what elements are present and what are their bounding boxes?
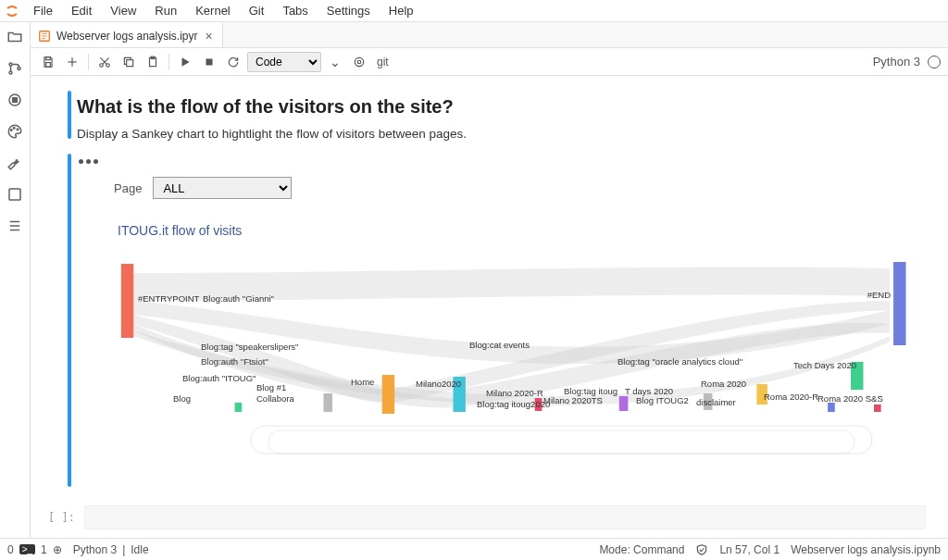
cell-input[interactable] (84, 505, 926, 529)
svg-rect-13 (46, 56, 51, 59)
status-count-1: 1 (41, 543, 47, 556)
menu-run[interactable]: Run (145, 2, 186, 19)
git-button[interactable]: git (373, 52, 393, 72)
palette-icon[interactable] (6, 122, 24, 141)
menu-edit[interactable]: Edit (62, 2, 101, 19)
cell-type-select[interactable]: Code (247, 52, 321, 72)
menu-file[interactable]: File (24, 2, 62, 19)
status-state: Idle (131, 543, 148, 556)
svg-rect-29 (235, 403, 243, 412)
status-count-0: 0 (7, 543, 14, 556)
status-filename: Webserver logs analysis.ipynb (791, 543, 941, 556)
sankey-chart[interactable]: #ENTRYPOINT #END Blog:auth "Gianni" Blog… (118, 245, 917, 486)
status-kernel: Python 3 (73, 543, 117, 556)
chart-title: ITOUG.it flow of visits (77, 206, 926, 245)
cut-icon[interactable] (94, 52, 115, 72)
menu-help[interactable]: Help (380, 2, 423, 19)
empty-code-cell[interactable]: [ ]: (38, 505, 926, 529)
svg-point-6 (14, 128, 16, 130)
svg-rect-8 (9, 189, 20, 200)
svg-rect-39 (874, 404, 881, 412)
svg-point-1 (9, 71, 12, 74)
status-position: Ln 57, Col 1 (719, 543, 780, 556)
svg-rect-14 (46, 62, 51, 67)
run-icon[interactable] (175, 52, 195, 72)
menu-kernel[interactable]: Kernel (186, 2, 240, 19)
svg-rect-31 (382, 375, 394, 414)
menubar: File Edit View Run Kernel Git Tabs Setti… (0, 0, 948, 22)
stop-icon[interactable] (199, 52, 219, 72)
trusted-icon[interactable] (695, 543, 708, 556)
svg-rect-36 (756, 384, 767, 404)
tab-bar: Webserver logs analysis.ipyr × (31, 22, 948, 48)
tab-notebook[interactable]: Webserver logs analysis.ipyr × (31, 22, 223, 47)
svg-rect-33 (535, 398, 543, 411)
svg-point-0 (9, 63, 12, 66)
svg-rect-19 (127, 59, 133, 66)
svg-rect-26 (268, 430, 854, 454)
restart-icon[interactable] (223, 52, 243, 72)
kernel-name[interactable]: Python 3 (873, 55, 924, 68)
svg-point-23 (355, 57, 363, 66)
target-icon[interactable] (349, 52, 369, 72)
tab-title: Webserver logs analysis.ipyr (56, 30, 198, 43)
notebook-area[interactable]: What is the flow of the visitors on the … (31, 76, 948, 538)
svg-point-5 (11, 130, 13, 131)
svg-rect-38 (851, 362, 863, 390)
svg-rect-27 (121, 264, 133, 338)
folder-icon[interactable] (6, 28, 24, 46)
cell-prompt: [ ]: (38, 511, 84, 524)
notebook-icon (38, 30, 51, 43)
menu-tabs[interactable]: Tabs (273, 2, 317, 19)
activity-bar (0, 22, 31, 538)
globe-icon[interactable]: ⊕ (53, 543, 62, 556)
status-mode: Mode: Command (599, 543, 684, 556)
menu-git[interactable]: Git (240, 2, 274, 19)
statusbar: 0 >_ 1 ⊕ Python 3 | Idle Mode: Command L… (0, 538, 948, 560)
wrench-icon[interactable] (6, 154, 24, 172)
notebook-toolbar: Code ⌄ git Python 3 (31, 48, 948, 76)
svg-rect-28 (893, 262, 905, 345)
svg-rect-34 (619, 396, 629, 411)
svg-rect-22 (206, 58, 213, 65)
svg-point-7 (17, 129, 19, 131)
svg-point-24 (357, 60, 361, 64)
svg-rect-30 (323, 393, 332, 412)
git-icon[interactable] (6, 59, 24, 78)
tab-close-icon[interactable]: × (204, 29, 215, 44)
menu-settings[interactable]: Settings (318, 2, 380, 19)
svg-rect-32 (453, 377, 465, 412)
markdown-paragraph: Display a Sankey chart to hightlight the… (77, 127, 926, 141)
extension-icon[interactable] (6, 185, 24, 204)
svg-rect-35 (704, 393, 713, 410)
chevron-down-icon[interactable]: ⌄ (325, 52, 345, 72)
svg-rect-4 (13, 98, 18, 103)
markdown-heading: What is the flow of the visitors on the … (77, 96, 926, 118)
add-cell-icon[interactable] (62, 52, 82, 72)
kernel-status-icon[interactable] (928, 56, 941, 68)
toc-icon[interactable] (6, 217, 24, 235)
copy-icon[interactable] (118, 52, 139, 72)
svg-rect-37 (828, 403, 835, 412)
jupyter-logo (4, 3, 20, 19)
running-icon[interactable] (6, 91, 24, 109)
terminal-icon[interactable]: >_ (19, 544, 35, 554)
svg-point-2 (18, 68, 20, 70)
collapsed-indicator[interactable] (79, 154, 926, 169)
page-select[interactable]: ALL (153, 177, 292, 199)
save-icon[interactable] (38, 52, 58, 72)
widget-row: Page ALL (77, 169, 926, 206)
paste-icon[interactable] (143, 52, 163, 72)
widget-label: Page (114, 181, 142, 195)
menu-view[interactable]: View (101, 2, 145, 19)
